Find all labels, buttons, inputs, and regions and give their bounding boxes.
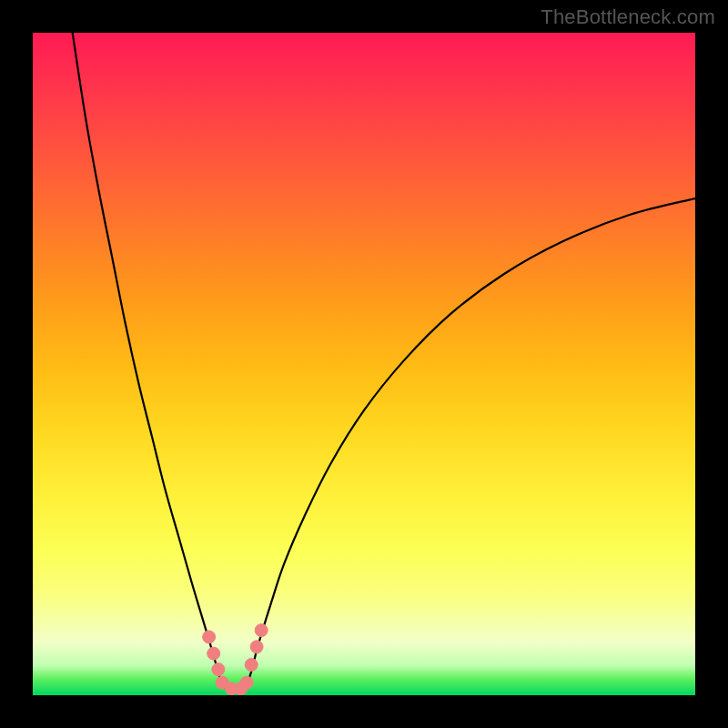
curve-group <box>73 33 695 690</box>
curve-right-branch <box>246 198 695 687</box>
chart-frame: TheBottleneck.com <box>0 0 728 728</box>
curve-markers <box>203 624 268 695</box>
curve-marker <box>207 647 220 660</box>
plot-area <box>33 33 695 695</box>
bottleneck-curve-svg <box>33 33 695 695</box>
curve-marker <box>245 659 258 672</box>
curve-marker <box>203 631 216 643</box>
curve-marker <box>240 676 253 689</box>
curve-marker <box>212 663 225 676</box>
curve-marker <box>250 641 263 653</box>
curve-marker <box>255 624 268 637</box>
watermark-text: TheBottleneck.com <box>541 5 715 29</box>
curve-left-branch <box>73 33 223 687</box>
